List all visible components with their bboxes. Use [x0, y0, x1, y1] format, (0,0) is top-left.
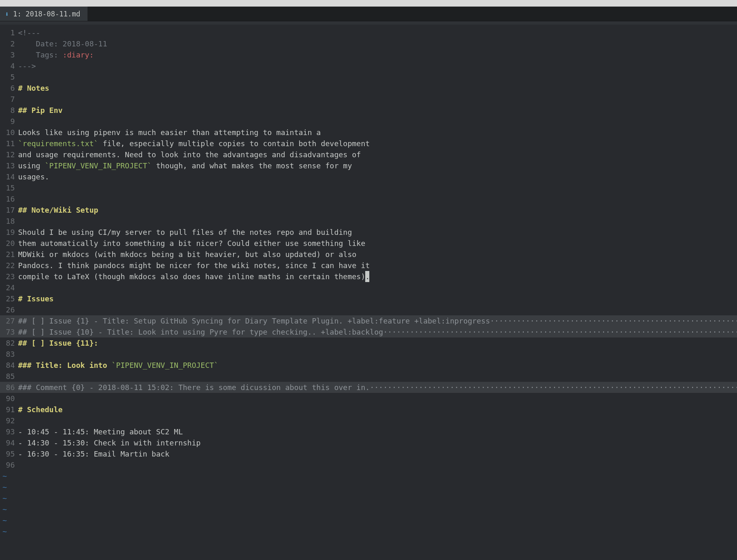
code-line[interactable]: 11`requirements.txt` file, especially mu…: [0, 138, 737, 149]
code-line[interactable]: 17## Note/Wiki Setup: [0, 204, 737, 216]
code-line[interactable]: 23compile to LaTeX (though mkdocs also d…: [0, 271, 737, 282]
line-content: [18, 116, 737, 127]
line-number: 3: [0, 49, 18, 60]
code-line[interactable]: 15: [0, 182, 737, 193]
line-number: 4: [0, 60, 18, 71]
line-content: <!---: [18, 27, 737, 38]
code-line[interactable]: 22Pandocs. I think pandocs might be nice…: [0, 260, 737, 271]
code-line[interactable]: 95- 16:30 - 16:35: Email Martin back: [0, 448, 737, 459]
code-line[interactable]: 7: [0, 94, 737, 105]
code-line[interactable]: 12and usage requirements. Need to look i…: [0, 149, 737, 160]
code-line[interactable]: 85: [0, 371, 737, 382]
code-line[interactable]: 18: [0, 216, 737, 227]
line-number: 14: [0, 171, 18, 182]
folded-line[interactable]: 27## [ ] Issue {1} - Title: Setup GitHub…: [0, 315, 737, 326]
code-line[interactable]: 5: [0, 71, 737, 83]
code-line[interactable]: 8## Pip Env: [0, 105, 737, 116]
line-number: 13: [0, 160, 18, 171]
line-content: ## Pip Env: [18, 105, 737, 116]
line-content: Pandocs. I think pandocs might be nicer …: [18, 260, 737, 271]
code-line[interactable]: 16: [0, 193, 737, 204]
code-line[interactable]: 9: [0, 116, 737, 127]
code-line[interactable]: 84### Title: Look into `PIPENV_VENV_IN_P…: [0, 360, 737, 371]
tab-active[interactable]: ⬇ 1: 2018-08-11.md: [0, 7, 88, 21]
tab-strip-separator: [0, 21, 737, 25]
tab-bar: ⬇ 1: 2018-08-11.md: [0, 7, 737, 21]
line-number: 25: [0, 293, 18, 304]
line-content: Should I be using CI/my server to pull f…: [18, 227, 737, 238]
line-number: 23: [0, 271, 18, 282]
line-content: [18, 304, 737, 315]
code-line[interactable]: 82## [ ] Issue {11}:: [0, 337, 737, 349]
line-number: 8: [0, 105, 18, 116]
line-content: compile to LaTeX (though mkdocs also doe…: [18, 271, 737, 282]
line-content: [18, 71, 737, 83]
line-content: MDWiki or mkdocs (with mkdocs being a bi…: [18, 249, 737, 260]
line-content: [18, 182, 737, 193]
line-content: [18, 371, 737, 382]
code-line[interactable]: 21MDWiki or mkdocs (with mkdocs being a …: [0, 249, 737, 260]
folded-line[interactable]: 73## [ ] Issue {10} - Title: Look into u…: [0, 326, 737, 337]
end-of-buffer-marker: ~: [0, 482, 737, 493]
line-number: 84: [0, 360, 18, 371]
code-line[interactable]: 3 Tags: :diary:: [0, 49, 737, 60]
line-number: 96: [0, 459, 18, 470]
line-content: # Notes: [18, 83, 737, 94]
line-number: 94: [0, 437, 18, 448]
line-number: 92: [0, 415, 18, 426]
code-line[interactable]: 26: [0, 304, 737, 315]
line-content: [18, 282, 737, 293]
line-number: 90: [0, 393, 18, 404]
line-number: 95: [0, 448, 18, 459]
line-content: [18, 415, 737, 426]
line-content: - 10:45 - 11:45: Meeting about SC2 ML: [18, 426, 737, 437]
text-editor[interactable]: 1<!---2 Date: 2018-08-113 Tags: :diary:4…: [0, 25, 737, 560]
line-content: ### Comment {0} - 2018-08-11 15:02: Ther…: [18, 382, 737, 393]
line-number: 11: [0, 138, 18, 149]
line-number: 16: [0, 193, 18, 204]
line-content: [18, 459, 737, 470]
code-line[interactable]: 1<!---: [0, 27, 737, 38]
code-line[interactable]: 93- 10:45 - 11:45: Meeting about SC2 ML: [0, 426, 737, 437]
line-number: 83: [0, 349, 18, 360]
code-line[interactable]: 24: [0, 282, 737, 293]
code-line[interactable]: 6# Notes: [0, 83, 737, 94]
line-number: 5: [0, 71, 18, 83]
code-line[interactable]: 90: [0, 393, 737, 404]
line-number: 82: [0, 337, 18, 349]
code-line[interactable]: 94- 14:30 - 15:30: Check in with interns…: [0, 437, 737, 448]
line-number: 24: [0, 282, 18, 293]
text-cursor: .: [365, 271, 369, 282]
end-of-buffer-marker: ~: [0, 470, 737, 482]
line-number: 19: [0, 227, 18, 238]
folded-line[interactable]: 86### Comment {0} - 2018-08-11 15:02: Th…: [0, 382, 737, 393]
line-content: usages.: [18, 171, 737, 182]
line-content: [18, 193, 737, 204]
code-line[interactable]: 91# Schedule: [0, 404, 737, 415]
line-content: [18, 393, 737, 404]
code-line[interactable]: 13using `PIPENV_VENV_IN_PROJECT` though,…: [0, 160, 737, 171]
line-number: 21: [0, 249, 18, 260]
code-line[interactable]: 19Should I be using CI/my server to pull…: [0, 227, 737, 238]
code-line[interactable]: 2 Date: 2018-08-11: [0, 38, 737, 49]
tab-label: 1: 2018-08-11.md: [13, 10, 81, 18]
code-line[interactable]: 92: [0, 415, 737, 426]
code-line[interactable]: 14usages.: [0, 171, 737, 182]
line-number: 2: [0, 38, 18, 49]
line-content: ## [ ] Issue {11}:: [18, 337, 737, 349]
code-line[interactable]: 96: [0, 459, 737, 470]
line-number: 85: [0, 371, 18, 382]
line-number: 93: [0, 426, 18, 437]
code-line[interactable]: 25# Issues: [0, 293, 737, 304]
line-content: ## Note/Wiki Setup: [18, 204, 737, 216]
code-line[interactable]: 10Looks like using pipenv is much easier…: [0, 127, 737, 138]
line-number: 91: [0, 404, 18, 415]
editor-window: ⬇ 1: 2018-08-11.md 1<!---2 Date: 2018-08…: [0, 0, 737, 560]
line-content: # Schedule: [18, 404, 737, 415]
code-line[interactable]: 83: [0, 349, 737, 360]
code-line[interactable]: 20them automatically into something a bi…: [0, 238, 737, 249]
line-content: `requirements.txt` file, especially mult…: [18, 138, 737, 149]
line-content: them automatically into something a bit …: [18, 238, 737, 249]
code-line[interactable]: 4--->: [0, 60, 737, 71]
line-number: 86: [0, 382, 18, 393]
